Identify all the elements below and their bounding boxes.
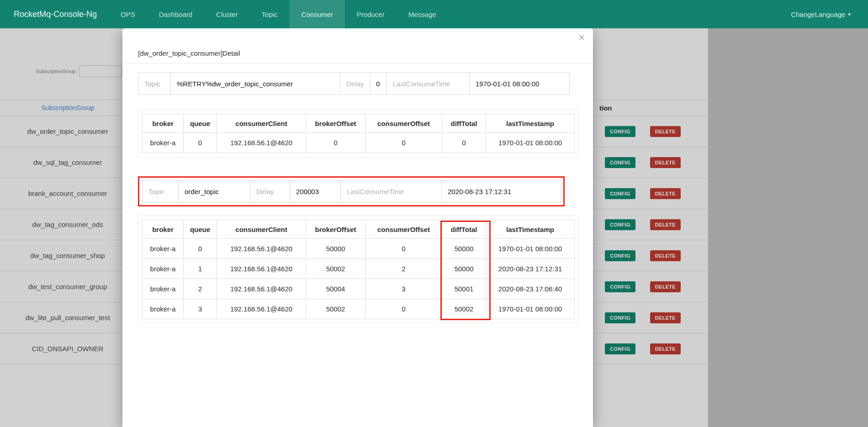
nav-item-ops[interactable]: OPS: [109, 0, 147, 28]
col-header-broker: broker: [143, 114, 184, 133]
cell-broker-offset: 50000: [306, 239, 365, 259]
cell-consumer-offset: 3: [365, 279, 442, 299]
cell-last-timestamp: 1970-01-01 08:00:00: [486, 133, 575, 153]
col-header-diff-total: diffTotal: [442, 114, 486, 133]
delay-value: 0: [370, 72, 387, 95]
cell-last-timestamp: 2020-08-23 17:12:31: [486, 259, 575, 279]
table-row: broker-a 2 192.168.56.1@4620 50004 3 500…: [143, 279, 575, 299]
cell-broker: broker-a: [143, 133, 184, 153]
retry-topic-offset-table: broker queue consumerClient brokerOffset…: [142, 114, 575, 153]
last-consume-time-label: LastConsumeTime: [340, 180, 442, 203]
topic-value: order_topic: [178, 180, 250, 203]
cell-consumer-offset: 0: [365, 239, 442, 259]
table-header-row: broker queue consumerClient brokerOffset…: [143, 220, 575, 239]
table-header-row: broker queue consumerClient brokerOffset…: [143, 114, 575, 133]
cell-broker-offset: 50002: [306, 259, 365, 279]
retry-topic-info: Topic %RETRY%dw_order_topic_consumer Del…: [138, 72, 577, 95]
topic-label: Topic: [138, 72, 171, 95]
consumer-client-link[interactable]: 192.168.56.1@4620: [217, 133, 306, 153]
table-row: broker-a 0 192.168.56.1@4620 50000 0 500…: [143, 239, 575, 259]
topic-label: Topic: [142, 180, 179, 203]
col-header-consumer-offset: consumerOffset: [365, 220, 442, 239]
cell-broker: broker-a: [143, 299, 184, 319]
cell-broker-offset: 50004: [306, 279, 365, 299]
change-language-label: ChangeLanguage: [791, 11, 845, 18]
cell-consumer-offset: 2: [365, 259, 442, 279]
col-header-last-timestamp: lastTimestamp: [486, 220, 575, 239]
nav-item-message[interactable]: Message: [397, 0, 448, 28]
cell-last-timestamp: 2020-08-23 17:06:40: [486, 279, 575, 299]
order-topic-info: Topic order_topic Delay 200003 LastConsu…: [142, 180, 561, 203]
last-consume-time-value: 1970-01-01 08:00:00: [469, 72, 570, 95]
cell-broker-offset: 50002: [306, 299, 365, 319]
last-consume-time-value: 2020-08-23 17:12:31: [441, 180, 561, 203]
col-header-consumer-client: consumerClient: [217, 220, 306, 239]
cell-broker: broker-a: [143, 239, 184, 259]
cell-consumer-offset: 0: [365, 299, 442, 319]
col-header-queue: queue: [184, 220, 217, 239]
close-icon[interactable]: ×: [577, 30, 587, 45]
topic-row-annotation: Topic order_topic Delay 200003 LastConsu…: [138, 176, 565, 206]
col-header-broker-offset: brokerOffset: [306, 114, 365, 133]
nav-item-consumer[interactable]: Consumer: [290, 0, 345, 28]
change-language-menu[interactable]: ChangeLanguage ▾: [791, 11, 851, 18]
last-consume-time-label: LastConsumeTime: [386, 72, 470, 95]
navbar: RocketMq-Console-Ng OPS Dashboard Cluste…: [0, 0, 868, 28]
consumer-client-link[interactable]: 192.168.56.1@4620: [217, 299, 306, 319]
col-header-last-timestamp: lastTimestamp: [486, 114, 575, 133]
col-header-consumer-client: consumerClient: [217, 114, 306, 133]
order-topic-table-panel: broker queue consumerClient brokerOffset…: [138, 216, 578, 323]
col-header-broker-offset: brokerOffset: [306, 220, 365, 239]
modal-body: Topic %RETRY%dw_order_topic_consumer Del…: [122, 64, 593, 332]
cell-broker: broker-a: [143, 279, 184, 299]
consumer-client-link[interactable]: 192.168.56.1@4620: [217, 259, 306, 279]
delay-label: Delay: [250, 180, 290, 203]
table-row: broker-a 3 192.168.56.1@4620 50002 0 500…: [143, 299, 575, 319]
topic-value: %RETRY%dw_order_topic_consumer: [170, 72, 340, 95]
screen: SubscriptionGroup: SubscriptionGroup tio…: [0, 0, 868, 427]
nav-item-cluster[interactable]: Cluster: [204, 0, 250, 28]
cell-queue: 0: [184, 133, 217, 153]
cell-queue: 0: [184, 239, 217, 259]
table-row: broker-a 1 192.168.56.1@4620 50002 2 500…: [143, 259, 575, 279]
table-row: broker-a 0 192.168.56.1@4620 0 0 0 1970-…: [143, 133, 575, 153]
cell-consumer-offset: 0: [365, 133, 442, 153]
cell-diff-total: 50001: [442, 279, 486, 299]
consumer-client-link[interactable]: 192.168.56.1@4620: [217, 279, 306, 299]
cell-broker: broker-a: [143, 259, 184, 279]
col-header-broker: broker: [143, 220, 184, 239]
nav-item-producer[interactable]: Producer: [345, 0, 397, 28]
modal-header: [dw_order_topic_consumer]Detail: [122, 28, 593, 64]
delay-value: 200003: [290, 180, 341, 203]
caret-down-icon: ▾: [848, 11, 851, 17]
cell-queue: 1: [184, 259, 217, 279]
nav-item-topic[interactable]: Topic: [250, 0, 290, 28]
cell-diff-total: 50000: [442, 239, 486, 259]
col-header-queue: queue: [184, 114, 217, 133]
col-header-diff-total: diffTotal: [442, 220, 486, 239]
consumer-client-link[interactable]: 192.168.56.1@4620: [217, 239, 306, 259]
nav-items: OPS Dashboard Cluster Topic Consumer Pro…: [109, 0, 448, 28]
consumer-detail-modal: × [dw_order_topic_consumer]Detail Topic …: [122, 28, 593, 427]
delay-label: Delay: [340, 72, 370, 95]
retry-topic-table-panel: broker queue consumerClient brokerOffset…: [138, 110, 578, 157]
cell-last-timestamp: 1970-01-01 08:00:00: [486, 299, 575, 319]
cell-queue: 2: [184, 279, 217, 299]
order-topic-offset-table: broker queue consumerClient brokerOffset…: [142, 220, 575, 319]
cell-diff-total: 0: [442, 133, 486, 153]
modal-title: [dw_order_topic_consumer]Detail: [138, 49, 240, 57]
col-header-consumer-offset: consumerOffset: [365, 114, 442, 133]
cell-queue: 3: [184, 299, 217, 319]
cell-diff-total: 50000: [442, 259, 486, 279]
cell-last-timestamp: 1970-01-01 08:00:00: [486, 239, 575, 259]
cell-diff-total: 50002: [442, 299, 486, 319]
nav-item-dashboard[interactable]: Dashboard: [147, 0, 204, 28]
cell-broker-offset: 0: [306, 133, 365, 153]
brand-logo[interactable]: RocketMq-Console-Ng: [14, 10, 109, 19]
